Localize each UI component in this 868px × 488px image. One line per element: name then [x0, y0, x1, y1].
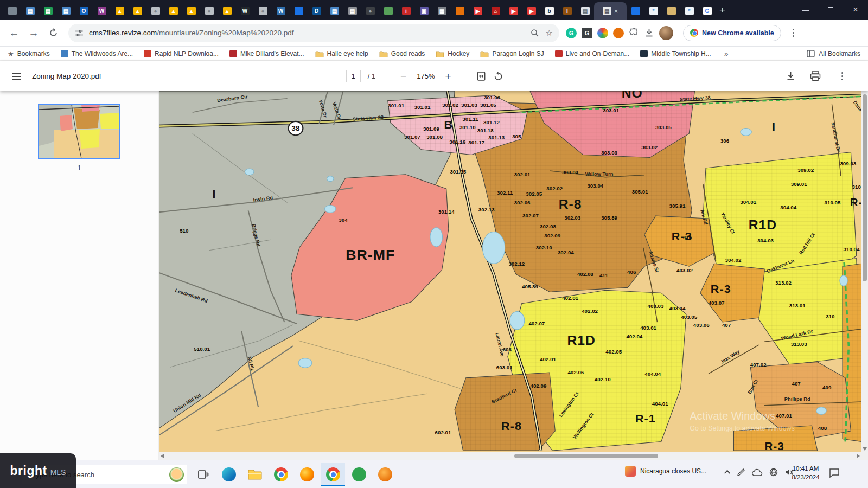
network-icon[interactable] — [769, 468, 778, 477]
colorful-extension-icon[interactable] — [597, 28, 608, 38]
print-button[interactable] — [810, 71, 821, 81]
bookmark-item-5[interactable]: Good reads — [379, 50, 425, 57]
minimize-button[interactable]: — — [793, 0, 818, 20]
taskbar-firefox-button[interactable] — [295, 463, 319, 486]
browser-tab-10[interactable]: ▲ — [182, 2, 200, 20]
browser-menu-icon[interactable] — [790, 27, 797, 40]
browser-tab-20[interactable]: ● — [361, 2, 379, 20]
all-bookmarks-button[interactable]: All Bookmarks — [799, 50, 860, 57]
back-button[interactable]: ← — [5, 24, 23, 42]
browser-tab-21[interactable] — [379, 2, 397, 20]
bookmark-item-9[interactable]: Middle Township H... — [640, 50, 711, 57]
browser-tab-15[interactable]: W — [272, 2, 290, 20]
browser-tab-34[interactable] — [627, 2, 644, 20]
browser-tab-33[interactable]: ▤× — [594, 2, 627, 20]
bookmark-star-icon[interactable]: ☆ — [546, 28, 553, 38]
horizontal-scrollbar[interactable] — [159, 452, 861, 460]
taskbar-green-app-button[interactable] — [347, 463, 371, 486]
browser-tab-1[interactable]: ▤ — [21, 2, 39, 20]
scroll-right-arrow[interactable] — [857, 454, 860, 458]
browser-tab-7[interactable]: ▲ — [129, 2, 146, 20]
reload-button[interactable] — [44, 24, 62, 42]
browser-tab-27[interactable]: ⌂ — [487, 2, 505, 20]
browser-tab-25[interactable] — [451, 2, 469, 20]
g-extension-icon[interactable]: G — [582, 28, 592, 38]
browser-tab-30[interactable]: b — [540, 2, 558, 20]
browser-tab-24[interactable]: ▦ — [433, 2, 451, 20]
browser-tab-37[interactable]: * — [680, 2, 698, 20]
address-bar[interactable]: cms7files.revize.com/mountlaurel/Zoning%… — [68, 24, 559, 42]
bookmark-item-4[interactable]: Halle eye help — [315, 50, 368, 57]
taskbar-chrome-button[interactable] — [269, 463, 293, 486]
browser-tab-13[interactable]: W — [236, 2, 254, 20]
find-in-page-icon[interactable] — [531, 29, 539, 37]
browser-tab-9[interactable]: ▲ — [164, 2, 182, 20]
new-tab-button[interactable]: + — [719, 4, 725, 16]
vertical-scrollbar[interactable] — [861, 91, 868, 452]
browser-tab-36[interactable] — [662, 2, 680, 20]
onedrive-cloud-icon[interactable] — [752, 468, 763, 476]
orange-extension-icon[interactable] — [613, 28, 624, 38]
bookmark-item-1[interactable]: The Wildwoods Are... — [61, 50, 133, 57]
grammarly-extension-icon[interactable]: G — [566, 28, 577, 38]
taskbar-file-explorer-button[interactable] — [243, 463, 267, 486]
browser-tab-29[interactable]: ▶ — [522, 2, 540, 20]
rotate-button[interactable] — [494, 72, 503, 81]
pdf-more-menu-icon[interactable] — [839, 70, 846, 83]
site-settings-icon[interactable] — [75, 29, 84, 37]
taskbar-chrome-active-button[interactable] — [321, 463, 345, 486]
tab-close-icon[interactable]: × — [614, 8, 618, 15]
bookmark-item-7[interactable]: Paragon Login SJ — [480, 50, 544, 57]
pdf-page-thumbnail[interactable] — [38, 104, 120, 159]
zoom-out-button[interactable]: − — [397, 70, 410, 82]
bookmarks-overflow-chevron[interactable]: » — [724, 49, 729, 58]
browser-tab-4[interactable]: O — [75, 2, 93, 20]
vertical-scrollbar-thumb[interactable] — [863, 94, 867, 281]
bookmark-item-8[interactable]: Live and On-Deman... — [555, 50, 629, 57]
browser-tab-0[interactable] — [3, 2, 21, 20]
zoom-in-button[interactable]: + — [442, 70, 454, 82]
browser-tab-3[interactable]: ▤ — [57, 2, 75, 20]
bookmark-item-6[interactable]: Hockey — [436, 50, 469, 57]
fit-page-button[interactable] — [476, 71, 487, 81]
taskbar-orange-app-button[interactable] — [373, 463, 397, 486]
browser-tab-6[interactable]: ▲ — [111, 2, 129, 20]
browser-tab-18[interactable]: ▤ — [326, 2, 343, 20]
browser-tab-12[interactable]: ▲ — [218, 2, 236, 20]
download-button[interactable] — [786, 71, 796, 81]
scroll-down-arrow[interactable] — [863, 447, 867, 451]
news-widget[interactable]: Nicaragua closes US... — [625, 466, 725, 477]
url-text[interactable]: cms7files.revize.com/mountlaurel/Zoning%… — [89, 29, 524, 37]
browser-tab-31[interactable]: I — [558, 2, 576, 20]
browser-tab-26[interactable]: ▶ — [469, 2, 487, 20]
horizontal-scrollbar-thumb[interactable] — [514, 454, 658, 458]
pdf-page-content[interactable]: 38301.01301.01301.02301.03301.05301.0630… — [159, 91, 868, 460]
downloads-icon[interactable] — [644, 28, 654, 38]
pen-tray-icon[interactable] — [737, 468, 745, 477]
update-chrome-button[interactable]: New Chrome available — [683, 25, 781, 41]
pdf-menu-icon[interactable] — [12, 73, 21, 80]
browser-tab-32[interactable]: ▤ — [576, 2, 594, 20]
bookmark-item-2[interactable]: Rapid NLP Downloa... — [144, 50, 219, 57]
search-highlight-icon[interactable] — [169, 467, 184, 482]
bookmark-item-0[interactable]: ★Bookmarks — [8, 50, 50, 58]
profile-avatar[interactable] — [659, 26, 673, 40]
page-number-input[interactable]: 1 — [346, 70, 361, 82]
browser-tab-11[interactable]: ● — [200, 2, 218, 20]
browser-tab-5[interactable]: W — [93, 2, 111, 20]
maximize-button[interactable] — [818, 0, 843, 20]
browser-tab-8[interactable]: ● — [146, 2, 164, 20]
close-button[interactable]: × — [843, 0, 868, 20]
extensions-puzzle-icon[interactable] — [629, 28, 639, 38]
action-center-button[interactable] — [829, 468, 840, 478]
browser-tab-28[interactable]: ▶ — [505, 2, 522, 20]
browser-tab-16[interactable] — [290, 2, 308, 20]
bookmark-item-3[interactable]: Mike Dillard's Elevat... — [229, 50, 304, 57]
browser-tab-2[interactable]: ▤ — [39, 2, 57, 20]
browser-tab-23[interactable]: ▣ — [415, 2, 433, 20]
taskbar-clock[interactable]: 10:41 AM 8/23/2024 — [788, 465, 824, 481]
forward-button[interactable]: → — [25, 24, 42, 42]
browser-tab-17[interactable]: D — [308, 2, 326, 20]
browser-tab-22[interactable]: i — [397, 2, 415, 20]
taskbar-edge-button[interactable] — [217, 463, 241, 486]
